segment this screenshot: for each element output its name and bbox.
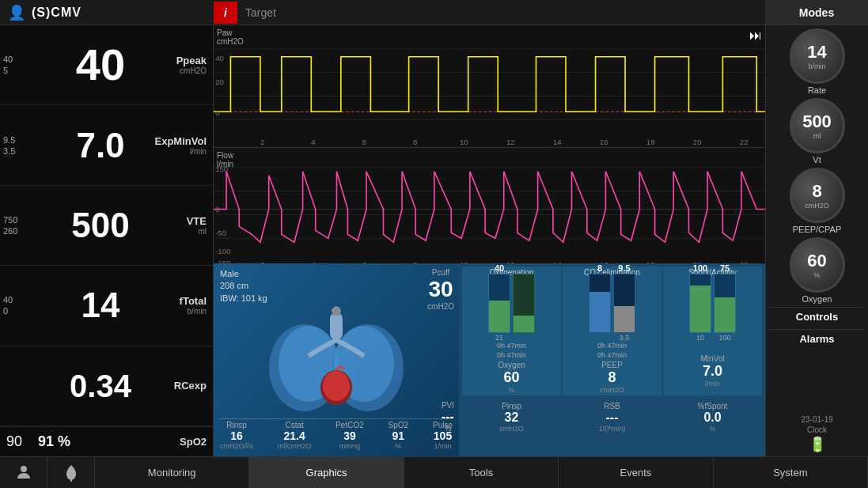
peep-dial[interactable]: 8 cmH2O	[790, 168, 845, 223]
lung-illustration	[220, 305, 453, 415]
rate-dial-container[interactable]: 14 b/min Rate	[769, 28, 865, 95]
expminvol-limits: 9.5 3.5	[3, 135, 39, 156]
battery-icon: 🔋	[809, 436, 826, 453]
content-row: 40 5 40 Ppeak cmH2O 9.5 3.5 7.0 ExpMinVo…	[0, 25, 868, 456]
peep-dial-container[interactable]: 8 cmH2O PEEP/CPAP	[769, 168, 865, 234]
ftotal-row[interactable]: 40 0 14 fTotal b/min	[0, 266, 213, 346]
svg-text:6: 6	[362, 138, 366, 146]
spo2-value: 91 %	[38, 433, 70, 450]
flow-svg: 150 0 -50 -100 -150 2 4 6 8 10 12 14 16	[214, 148, 765, 263]
header-title: (S)CMV	[32, 6, 81, 20]
graphics-tab[interactable]: Graphics	[249, 457, 404, 488]
lung-svg	[257, 305, 415, 415]
ppeak-row[interactable]: 40 5 40 Ppeak cmH2O	[0, 25, 213, 105]
svg-text:-100: -100	[215, 248, 230, 255]
expminvol-value: 7.0	[39, 128, 162, 163]
svg-point-46	[323, 371, 350, 401]
oxygen-dial[interactable]: 60 %	[790, 237, 845, 293]
svg-text:12: 12	[506, 138, 515, 146]
vte-label: VTE ml	[162, 215, 210, 236]
pinsp-item: Pinsp 32 cmH2O	[462, 400, 561, 434]
leaf-icon	[62, 463, 81, 482]
spo2-row[interactable]: 90 91 % SpO2	[0, 426, 213, 456]
svg-text:19: 19	[646, 138, 655, 146]
svg-text:2: 2	[260, 138, 264, 146]
svg-text:20: 20	[693, 138, 702, 146]
info-button[interactable]: i	[214, 2, 237, 24]
spo2-threshold: 90	[6, 433, 22, 450]
svg-text:4: 4	[311, 138, 315, 146]
svg-text:12: 12	[506, 261, 515, 263]
ppeak-limits: 40 5	[3, 55, 39, 75]
ftotal-label: fTotal b/min	[162, 295, 210, 316]
rinsp-display: Rinsp 16 cmH2O/l/s	[220, 421, 253, 450]
left-panel: 40 5 40 Ppeak cmH2O 9.5 3.5 7.0 ExpMinVo…	[0, 25, 214, 456]
anatomy-bottom-measurements: Rinsp 16 cmH2O/l/s Cstat 21.4 ml/cmH2O P…	[220, 418, 453, 452]
spo2-label: SpO2	[180, 436, 207, 448]
vte-value: 500	[39, 208, 162, 243]
pcuff-display: Pcuff 30 cmH2O	[427, 268, 454, 311]
modes-button[interactable]: Modes	[765, 0, 868, 25]
co2-bars: 8 9.5	[564, 278, 660, 342]
petco2-display: PetCO2 39 mmHg	[335, 421, 364, 450]
cstat-display: Cstat 21.4 ml/cmH2O	[278, 421, 312, 450]
system-tab[interactable]: System	[714, 457, 868, 488]
spo2-bottom-display: SpO2 91 %	[389, 421, 409, 450]
svg-text:20: 20	[693, 261, 702, 263]
bar-oxy1	[488, 274, 510, 333]
svg-text:-50: -50	[215, 230, 226, 238]
ppeak-value: 40	[39, 43, 162, 87]
bar-oxy2	[513, 274, 535, 333]
nav-icon-btn2[interactable]	[47, 457, 95, 488]
flow-waveform: Flow l/min 150	[214, 148, 765, 263]
bar-group-spont-2: 75 100	[714, 263, 736, 342]
waveforms-area: Paw cmH2O ⏭ 2	[214, 25, 765, 263]
svg-text:22: 22	[740, 138, 749, 146]
expminvol-label: ExpMinVol l/min	[162, 135, 210, 156]
controls-button[interactable]: Controls	[769, 307, 865, 326]
oxygenation-bars: 40 21	[464, 278, 559, 342]
flow-label: Flow l/min	[217, 151, 233, 168]
rcexp-row[interactable]: 0.34 RCexp	[0, 346, 213, 426]
person-icon	[14, 463, 33, 482]
bar-group-oxy1: 40 21	[488, 263, 510, 342]
right-panel: 14 b/min Rate 500 ml Vt 8 cmH2O PEEP/CPA…	[765, 25, 868, 456]
svg-rect-44	[330, 312, 343, 340]
svg-text:16: 16	[600, 138, 608, 146]
header-patient-area: 👤 (S)CMV	[0, 4, 214, 21]
vt-dial-container[interactable]: 500 ml Vt	[769, 98, 865, 165]
pressure-label: Paw cmH2O	[217, 28, 244, 46]
monitoring-tab[interactable]: Monitoring	[95, 457, 249, 488]
anatomy-monitoring-row: Male 208 cm IBW: 101 kg	[214, 263, 765, 456]
bar-group-co2-2: 9.5 3.5	[613, 263, 635, 342]
svg-text:8: 8	[413, 138, 417, 146]
bar-group-co2-1: 8	[589, 263, 611, 342]
alarms-button[interactable]: Alarms	[769, 329, 865, 348]
fspont-item: %fSpont 0.0 %	[663, 400, 762, 434]
monitoring-headers: Oxygenation 40 21	[462, 267, 762, 395]
rcexp-label: RCexp	[162, 380, 210, 392]
patient-icon: 👤	[8, 4, 25, 21]
patient-info: Male 208 cm IBW: 101 kg	[220, 268, 453, 305]
svg-text:10: 10	[460, 261, 468, 263]
tools-tab[interactable]: Tools	[404, 457, 559, 488]
vt-dial[interactable]: 500 ml	[790, 98, 845, 153]
rcexp-value: 0.34	[39, 370, 162, 402]
rate-dial[interactable]: 14 b/min	[790, 28, 845, 84]
nav-icon-btn1[interactable]	[0, 457, 47, 488]
events-tab[interactable]: Events	[559, 457, 713, 488]
svg-text:16: 16	[600, 261, 608, 263]
bar-spont-2	[714, 274, 736, 333]
oxygen-dial-container[interactable]: 60 % Oxygen	[769, 237, 865, 304]
vte-limits: 750 260	[3, 215, 39, 236]
svg-text:0: 0	[215, 110, 219, 118]
svg-text:14: 14	[553, 261, 562, 263]
pvi-display: PVI --- %	[442, 401, 454, 433]
anatomy-section: Male 208 cm IBW: 101 kg	[214, 263, 459, 456]
target-area[interactable]: Target	[237, 6, 765, 19]
svg-text:40: 40	[215, 55, 224, 62]
expminvol-row[interactable]: 9.5 3.5 7.0 ExpMinVol l/min	[0, 105, 213, 185]
co2-col: CO2 elimination 8 9	[563, 267, 661, 395]
waveform-controls[interactable]: ⏭	[749, 28, 762, 43]
vte-row[interactable]: 750 260 500 VTE ml	[0, 186, 213, 266]
